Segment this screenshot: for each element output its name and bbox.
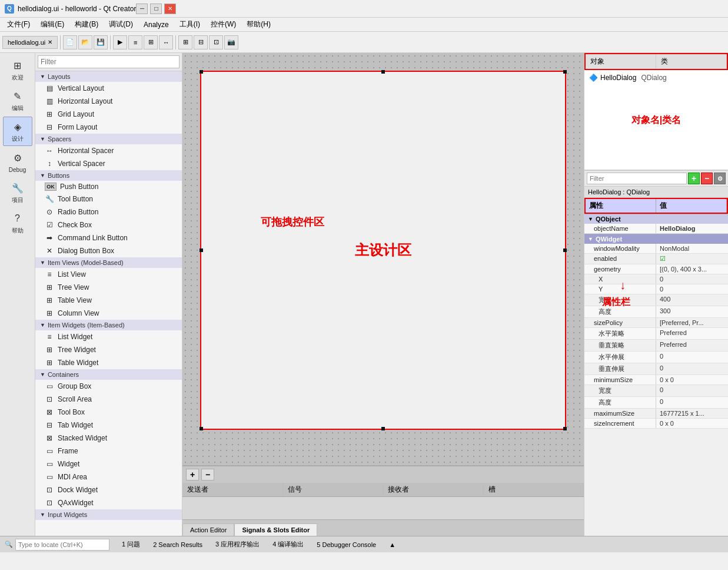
tab-signals-slots-editor[interactable]: Signals & Slots Editor [234,523,317,536]
active-tab[interactable]: hellodialog.ui ✕ [2,36,58,49]
widget-check-box[interactable]: ☑ Check Box [35,218,182,231]
widget-list-view[interactable]: ≡ List View [35,268,182,281]
widget-scroll-area[interactable]: ⊡ Scroll Area [35,393,182,406]
section-buttons[interactable]: ▼ Buttons [35,170,182,181]
widget-tree-widget[interactable]: ⊞ Tree Widget [35,343,182,356]
tb-new-btn[interactable]: 📄 [63,35,77,49]
widget-horizontal-spacer[interactable]: ↔ Horizontal Spacer [35,144,182,157]
handle-br[interactable] [563,427,567,430]
activity-design[interactable]: ◈ 设计 [3,117,32,146]
widget-filter-input[interactable] [38,55,179,68]
design-form[interactable]: 可拖拽控件区 主设计区 [200,71,566,430]
widget-push-button[interactable]: OK Push Button [35,181,182,193]
signals-remove-btn[interactable]: − [201,469,214,480]
tab-action-editor[interactable]: Action Editor [182,523,234,536]
tb-save-btn[interactable]: 💾 [94,35,108,49]
handle-mr[interactable] [563,248,567,252]
status-search-input[interactable] [15,539,109,551]
prop-value-x[interactable]: 0 [656,274,728,284]
prop-value-y[interactable]: 0 [656,284,728,294]
handle-tl[interactable] [200,70,203,74]
handle-bl[interactable] [200,427,203,430]
prop-value-height[interactable]: 300 [656,306,728,317]
widget-stacked-widget[interactable]: ⊠ Stacked Widget [35,432,182,445]
prop-value-vpolicy[interactable]: Preferred [656,340,728,351]
prop-add-btn[interactable]: + [688,173,700,184]
prop-value-objectname[interactable]: HelloDialog [656,224,728,233]
widget-vertical-layout[interactable]: ▤ Vertical Layout [35,82,182,95]
menu-build[interactable]: 构建(B) [70,18,103,31]
handle-tm[interactable] [381,70,385,74]
section-layouts[interactable]: ▼ Layouts [35,71,182,82]
tb-btn-2[interactable]: ≡ [128,35,142,49]
widget-table-widget[interactable]: ⊞ Table Widget [35,356,182,369]
maximize-button[interactable]: □ [150,4,162,14]
signals-add-btn[interactable]: + [186,469,199,480]
section-item-views[interactable]: ▼ Item Views (Model-Based) [35,257,182,268]
prop-section-qwidget[interactable]: ▼ QWidget [584,234,728,244]
section-spacers[interactable]: ▼ Spacers [35,134,182,144]
menu-edit[interactable]: 编辑(E) [36,18,69,31]
status-problems[interactable]: 1 问题 [117,538,145,551]
tb-btn-1[interactable]: ▶ [113,35,127,49]
widget-column-view[interactable]: ⊞ Column View [35,307,182,320]
widget-form-layout[interactable]: ⊟ Form Layout [35,121,182,134]
prop-value-hstretch[interactable]: 0 [656,352,728,363]
widget-list-widget[interactable]: ≡ List Widget [35,330,182,343]
widget-tool-button[interactable]: 🔧 Tool Button [35,193,182,206]
menu-tools[interactable]: 工具(I) [175,18,205,31]
prop-filter-input[interactable] [587,173,687,184]
prop-value-minheight[interactable]: 0 [656,397,728,408]
handle-ml[interactable] [200,248,203,252]
activity-edit[interactable]: ✎ 编辑 [3,86,32,115]
status-debugger-console[interactable]: 5 Debugger Console [311,539,381,550]
prop-value-enabled[interactable]: ☑ [656,254,728,264]
prop-value-maximumsize[interactable]: 16777215 x 1... [656,409,728,418]
tab-close-icon[interactable]: ✕ [48,39,52,45]
prop-value-windowmodality[interactable]: NonModal [656,244,728,253]
activity-help[interactable]: ? 帮助 [3,208,32,238]
prop-value-sizeincrement[interactable]: 0 x 0 [656,419,728,428]
widget-dock-widget[interactable]: ⊡ Dock Widget [35,483,182,496]
object-row-hellodialog[interactable]: 🔷 HelloDialog QDialog [587,72,726,83]
prop-value-minimumsize[interactable]: 0 x 0 [656,375,728,385]
widget-tree-view[interactable]: ⊞ Tree View [35,281,182,294]
status-arrow-btn[interactable]: ▲ [384,539,401,550]
activity-project[interactable]: 🔧 项目 [3,178,32,207]
minimize-button[interactable]: ─ [136,4,148,14]
menu-file[interactable]: 文件(F) [2,18,35,31]
widget-dialog-button-box[interactable]: ✕ Dialog Button Box [35,244,182,257]
close-button[interactable]: ✕ [164,4,176,14]
menu-analyze[interactable]: Analyze [139,19,174,30]
handle-bm[interactable] [381,427,385,430]
status-search-results[interactable]: 2 Search Results [148,539,208,550]
prop-value-geometry[interactable]: [(0, 0), 400 x 3... [656,264,728,274]
status-app-output[interactable]: 3 应用程序输出 [210,538,265,551]
handle-tr[interactable] [563,70,567,74]
widget-mdi-area[interactable]: ▭ MDI Area [35,470,182,483]
tb-btn-7[interactable]: ⊡ [209,35,223,49]
prop-value-hpolicy[interactable]: Preferred [656,328,728,339]
section-containers[interactable]: ▼ Containers [35,369,182,380]
prop-value-width[interactable]: 400 [656,294,728,306]
tb-btn-4[interactable]: ↔ [159,35,173,49]
widget-tab-widget[interactable]: ⊟ Tab Widget [35,419,182,432]
prop-value-sizepolicy[interactable]: [Preferred, Pr... [656,318,728,327]
menu-debug[interactable]: 调试(D) [104,18,138,31]
prop-remove-btn[interactable]: − [701,173,713,184]
widget-vertical-spacer[interactable]: ↕ Vertical Spacer [35,157,182,170]
tb-open-btn[interactable]: 📂 [78,35,92,49]
prop-value-minwidth[interactable]: 0 [656,385,728,396]
widget-command-link-button[interactable]: ➡ Command Link Button [35,231,182,244]
widget-table-view[interactable]: ⊞ Table View [35,294,182,307]
design-canvas[interactable]: 可拖拽控件区 主设计区 [182,53,584,465]
prop-wrench-btn[interactable]: ⚙ [714,173,726,184]
prop-section-qobject[interactable]: ▼ QObject [584,214,728,224]
widget-tool-box[interactable]: ⊠ Tool Box [35,406,182,419]
menu-controls[interactable]: 控件(W) [206,18,241,31]
menu-help[interactable]: 帮助(H) [242,18,275,31]
widget-grid-layout[interactable]: ⊞ Grid Layout [35,108,182,121]
widget-horizontal-layout[interactable]: ▥ Horizontal Layout [35,95,182,108]
widget-widget[interactable]: ▭ Widget [35,458,182,470]
section-input-widgets[interactable]: ▼ Input Widgets [35,509,182,520]
